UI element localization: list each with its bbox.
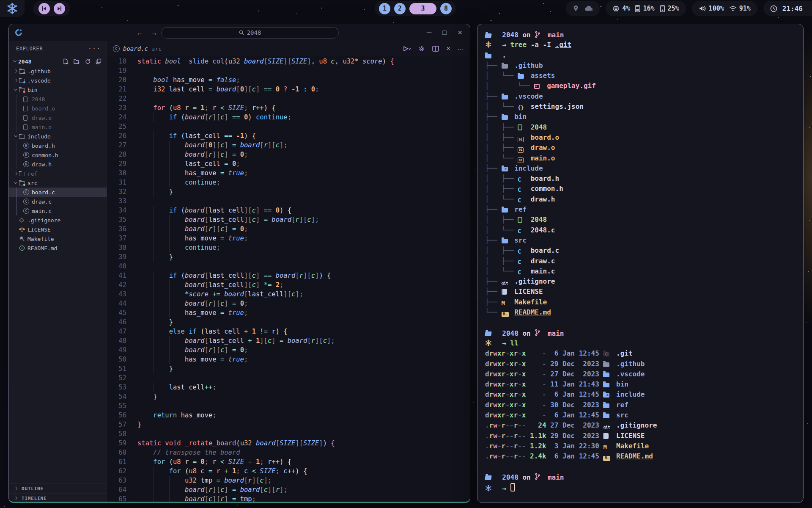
code-line[interactable]: 29last_cell = 0; [107,159,470,168]
code-line[interactable]: 44board[r][c] = 0; [107,299,470,308]
code-line[interactable]: 55 [107,401,470,411]
new-file-icon[interactable] [63,58,69,64]
code-line[interactable]: 22 [107,94,470,103]
workspace-button-3[interactable]: 3 [409,3,436,14]
skip-next-button[interactable] [54,3,65,14]
new-folder-icon[interactable] [74,58,80,64]
code-line[interactable]: 36board[r][c] = 0; [107,224,470,234]
code-line[interactable]: 38continue; [107,243,470,252]
tree-item-bin[interactable]: bin [9,85,107,94]
timeline-label: TIMELINE [22,496,47,501]
settings-gear-icon[interactable] [418,45,425,52]
tree-item-board.o[interactable]: board.o [9,104,107,113]
code-line[interactable]: 35board[last_cell][c] = board[r][c]; [107,215,470,224]
code-line[interactable]: 25 [107,122,470,131]
workspace-button-2[interactable]: 2 [394,3,406,14]
code-line[interactable]: 56return has_move; [107,411,470,420]
more-actions-icon[interactable]: ··· [458,45,464,52]
code-line[interactable]: 39} [107,252,470,262]
code-line[interactable]: 51} [107,364,470,373]
command-center-search[interactable]: 2048 [161,27,339,39]
code-line[interactable]: 30has_move = true; [107,168,470,178]
tree-item-board.c[interactable]: Cboard.c [9,188,107,197]
minimize-button[interactable]: ─ [427,29,431,36]
tree-item-src[interactable]: src [9,178,107,188]
code-line[interactable]: 40 [107,262,470,271]
code-line[interactable]: 34if (board[last_cell][c] == 0) { [107,206,470,215]
tree-item-main.o[interactable]: main.o [9,122,107,132]
code-line[interactable]: 57} [107,420,470,429]
editor-titlebar[interactable]: ← → 2048 ─ □ × [9,24,470,41]
tree-root-2048[interactable]: 2048 [9,56,107,66]
tree-item-.gitignore[interactable]: .gitignore [9,215,107,225]
workspace-button-8[interactable]: 8 [440,3,452,14]
code-line[interactable]: 24if (board[r][c] == 0) continue; [107,113,470,122]
code-line[interactable]: 64board[r][c] = board[c][r]; [107,485,470,494]
tree-item-LICENSE[interactable]: LICENSE [9,225,107,234]
workspace-button-1[interactable]: 1 [379,3,390,14]
active-tab-filename[interactable]: board.c [123,45,148,52]
code-line[interactable]: 27board[0][c] = board[r][c]; [107,141,470,150]
tree-item-README.md[interactable]: README.md [9,243,107,253]
code-line[interactable]: 32} [107,187,470,196]
code-line[interactable]: 18static bool _slide_col(u32 board[SIZE]… [107,57,470,66]
nav-forward-arrow[interactable]: → [150,28,158,37]
tree-item-ref[interactable]: ref [9,169,107,178]
tree-item-common.h[interactable]: Hcommon.h [9,150,107,160]
code-line[interactable]: 26if (last_cell == -1) { [107,131,470,141]
code-line[interactable]: 49board[r][c] = 0; [107,345,470,355]
code-line[interactable]: 37has_move = true; [107,234,470,243]
tree-item-Makefile[interactable]: Makefile [9,234,107,243]
code-line[interactable]: 53last_cell++; [107,383,470,392]
code-line[interactable]: 50has_move = true; [107,355,470,364]
terminal-window[interactable]: 2048 on main → tree -a -I .git .├── .git… [477,24,804,503]
code-line[interactable]: 23for (u8 r = 1; r < SIZE; r++) { [107,103,470,113]
tree-item-main.c[interactable]: Cmain.c [9,206,107,215]
code-line[interactable]: 41if (board[last_cell][c] == board[r][c]… [107,271,470,280]
code-line[interactable]: 20bool has_move = false; [107,75,470,85]
tree-item-board.h[interactable]: Hboard.h [9,141,107,150]
code-line[interactable]: 63u32 tmp = board[r][c]; [107,476,470,485]
code-line[interactable]: 28board[r][c] = 0; [107,150,470,159]
maximize-button[interactable]: □ [442,29,447,36]
code-editor[interactable]: 18static bool _slide_col(u32 board[SIZE]… [107,56,470,503]
nav-back-arrow[interactable]: ← [136,28,143,37]
tree-item-include[interactable]: include [9,132,107,141]
code-line[interactable]: 54} [107,392,470,401]
code-line[interactable]: 45has_move = true; [107,308,470,318]
code-line[interactable]: 47else if (last_cell + 1 != r) { [107,327,470,336]
code-line[interactable]: 65board[c][r] = tmp; [107,494,470,503]
tree-item-draw.c[interactable]: Cdraw.c [9,197,107,206]
collapse-all-icon[interactable] [96,58,102,64]
outline-section[interactable]: OUTLINE [9,483,107,493]
skip-previous-button[interactable] [38,3,50,14]
timeline-section[interactable]: TIMELINE [9,493,107,503]
code-line[interactable]: 19 [107,66,470,75]
explorer-more-icon[interactable]: ··· [88,45,101,52]
code-line[interactable]: 33 [107,196,470,206]
close-editor-icon[interactable]: × [446,44,450,53]
code-line[interactable]: 62for (u8 c = r + 1; c < SIZE; c++) { [107,467,470,476]
code-line[interactable]: 21i32 last_cell = board[0][c] == 0 ? -1 … [107,85,470,94]
code-line[interactable]: 58 [107,429,470,439]
code-line[interactable]: 59static void _rotate_board(u32 board[SI… [107,439,470,448]
tree-item-draw.h[interactable]: Hdraw.h [9,160,107,169]
code-line[interactable]: 42board[last_cell][c] *= 2; [107,280,470,290]
folder-gh-icon [502,62,510,70]
close-button[interactable]: × [458,28,462,37]
split-editor-icon[interactable] [432,46,439,52]
nixos-logo-chip[interactable] [0,0,25,17]
tree-item-.vscode[interactable]: .vscode [9,76,107,85]
tree-item-draw.o[interactable]: draw.o [9,113,107,122]
code-line[interactable]: 60// transpose the board [107,448,470,457]
refresh-icon[interactable] [85,58,91,64]
code-line[interactable]: 48board[last_cell + 1][c] = board[r][c]; [107,336,470,345]
code-line[interactable]: 61for (u8 r = 0; r < SIZE - 1; r++) { [107,457,470,467]
code-line[interactable]: 43*score += board[last_cell][c]; [107,290,470,299]
run-code-icon[interactable] [403,46,411,52]
code-line[interactable]: 31continue; [107,178,470,187]
tree-item-.github[interactable]: .github [9,66,107,76]
code-line[interactable]: 52 [107,373,470,383]
code-line[interactable]: 46} [107,318,470,327]
tree-item-2048[interactable]: 2048 [9,94,107,104]
